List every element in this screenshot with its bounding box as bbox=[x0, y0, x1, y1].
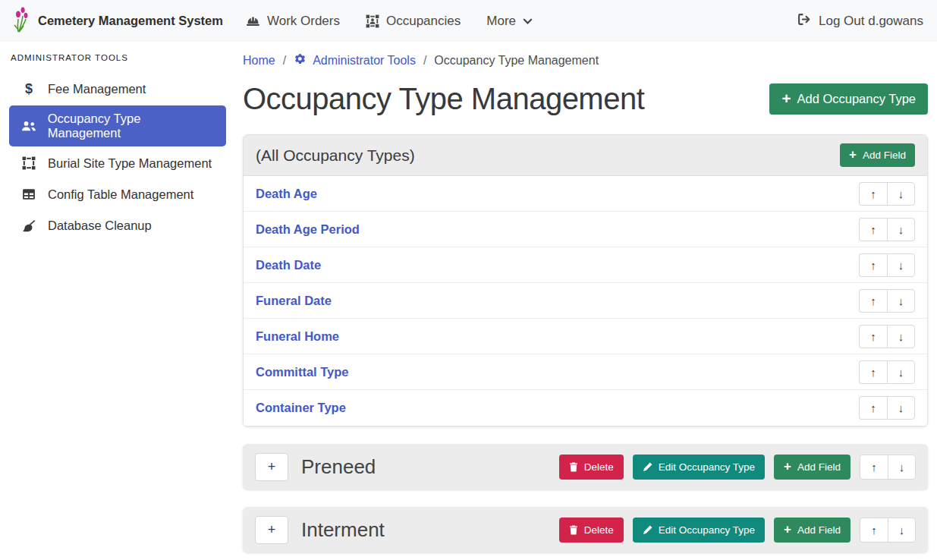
occupancy-frame-icon bbox=[366, 14, 379, 28]
delete-label: Delete bbox=[584, 461, 614, 473]
move-down-button[interactable]: ↓ bbox=[888, 518, 916, 543]
add-field-label: Add Field bbox=[797, 524, 841, 536]
reorder-buttons: ↑ ↓ bbox=[859, 360, 915, 384]
move-up-button[interactable]: ↑ bbox=[859, 253, 887, 277]
sidebar-item-occupancy-type-management[interactable]: Occupancy Type Management bbox=[9, 105, 226, 146]
move-down-button[interactable]: ↓ bbox=[887, 218, 915, 241]
sidebar-item-label: Occupancy Type Management bbox=[48, 112, 215, 140]
add-occupancy-type-label: Add Occupancy Type bbox=[797, 92, 916, 106]
add-field-button-all-types[interactable]: + Add Field bbox=[840, 143, 915, 167]
field-row-container-type: Container Type ↑ ↓ bbox=[244, 390, 927, 426]
sidebar-item-label: Database Cleanup bbox=[48, 219, 152, 233]
move-up-button[interactable]: ↑ bbox=[859, 396, 887, 420]
breadcrumb-link-home[interactable]: Home bbox=[243, 54, 275, 68]
reorder-buttons: ↑ ↓ bbox=[859, 289, 915, 313]
move-down-button[interactable]: ↓ bbox=[887, 289, 915, 313]
plus-icon: + bbox=[268, 522, 276, 538]
section-title: Interment bbox=[301, 518, 385, 542]
delete-button[interactable]: Delete bbox=[559, 518, 624, 543]
up-arrow-icon: ↑ bbox=[871, 461, 877, 473]
add-field-button[interactable]: + Add Field bbox=[774, 455, 851, 480]
field-link[interactable]: Funeral Date bbox=[256, 294, 332, 308]
add-occupancy-type-button[interactable]: + Add Occupancy Type bbox=[769, 83, 928, 115]
trash-icon bbox=[569, 462, 578, 472]
edit-occupancy-type-button[interactable]: Edit Occupancy Type bbox=[633, 455, 765, 480]
expand-section-button[interactable]: + bbox=[255, 453, 288, 481]
chevron-down-icon bbox=[523, 17, 533, 25]
field-row-funeral-date: Funeral Date ↑ ↓ bbox=[244, 283, 927, 319]
table-icon bbox=[20, 188, 38, 200]
field-row-death-age-period: Death Age Period ↑ ↓ bbox=[244, 212, 927, 247]
move-down-button[interactable]: ↓ bbox=[887, 253, 915, 277]
breadcrumb-link-administrator-tools[interactable]: Administrator Tools bbox=[294, 52, 416, 68]
sidebar-item-burial-site-type-management[interactable]: Burial Site Type Management bbox=[9, 149, 226, 178]
field-link[interactable]: Death Age bbox=[256, 187, 317, 201]
sidebar-item-label: Fee Management bbox=[48, 82, 146, 96]
move-up-button[interactable]: ↑ bbox=[859, 325, 887, 348]
sidebar-item-database-cleanup[interactable]: Database Cleanup bbox=[9, 211, 226, 240]
field-link[interactable]: Funeral Home bbox=[256, 329, 339, 344]
move-down-button[interactable]: ↓ bbox=[887, 360, 915, 384]
brand-title: Cemetery Management System bbox=[38, 14, 223, 28]
down-arrow-icon: ↓ bbox=[898, 187, 904, 200]
add-field-button[interactable]: + Add Field bbox=[774, 518, 851, 543]
up-arrow-icon: ↑ bbox=[871, 524, 877, 536]
breadcrumb: Home / Administrator Tools / Occupancy T… bbox=[243, 48, 928, 70]
nav-item-label: More bbox=[486, 14, 516, 29]
delete-button[interactable]: Delete bbox=[559, 455, 624, 480]
move-up-button[interactable]: ↑ bbox=[859, 360, 887, 384]
edit-occupancy-type-label: Edit Occupancy Type bbox=[659, 524, 755, 536]
field-link[interactable]: Death Age Period bbox=[256, 222, 360, 237]
plus-icon: + bbox=[849, 149, 857, 162]
pencil-icon bbox=[643, 525, 652, 535]
all-occupancy-types-card: (All Occupancy Types) + Add Field Death … bbox=[243, 134, 928, 426]
down-arrow-icon: ↓ bbox=[899, 524, 905, 536]
edit-occupancy-type-button[interactable]: Edit Occupancy Type bbox=[633, 518, 765, 543]
move-down-button[interactable]: ↓ bbox=[888, 455, 916, 480]
field-link[interactable]: Container Type bbox=[256, 401, 346, 415]
field-row-death-age: Death Age ↑ ↓ bbox=[244, 176, 927, 212]
up-arrow-icon: ↑ bbox=[870, 366, 876, 379]
move-up-button[interactable]: ↑ bbox=[859, 182, 887, 206]
move-up-button[interactable]: ↑ bbox=[860, 455, 888, 480]
move-up-button[interactable]: ↑ bbox=[860, 518, 888, 543]
add-field-label: Add Field bbox=[797, 461, 841, 473]
navbar-links: Work Orders Occupancies More bbox=[246, 14, 533, 29]
down-arrow-icon: ↓ bbox=[898, 223, 904, 236]
users-icon bbox=[20, 121, 38, 132]
reorder-buttons: ↑ ↓ bbox=[859, 325, 915, 348]
breadcrumb-separator: / bbox=[423, 54, 426, 68]
sidebar-item-fee-management[interactable]: $ Fee Management bbox=[9, 74, 226, 103]
up-arrow-icon: ↑ bbox=[870, 187, 876, 200]
up-arrow-icon: ↑ bbox=[870, 223, 876, 236]
plus-icon: + bbox=[268, 459, 276, 475]
move-down-button[interactable]: ↓ bbox=[887, 396, 915, 420]
nav-item-work-orders[interactable]: Work Orders bbox=[246, 14, 340, 29]
sidebar-item-config-table-management[interactable]: Config Table Management bbox=[9, 180, 226, 209]
field-link[interactable]: Committal Type bbox=[256, 365, 349, 379]
breadcrumb-separator: / bbox=[283, 54, 286, 68]
logout-label: Log Out d.gowans bbox=[819, 14, 923, 29]
pencil-icon bbox=[643, 462, 652, 472]
nav-item-occupancies[interactable]: Occupancies bbox=[366, 14, 461, 29]
up-arrow-icon: ↑ bbox=[870, 330, 876, 343]
breadcrumb-label: Home bbox=[243, 54, 275, 68]
trash-icon bbox=[569, 525, 578, 535]
expand-section-button[interactable]: + bbox=[255, 516, 288, 544]
occupancy-type-section-interment: + Interment Delete bbox=[243, 507, 928, 552]
logout-button[interactable]: Log Out d.gowans bbox=[797, 13, 923, 30]
breadcrumb-label: Administrator Tools bbox=[313, 54, 416, 68]
brand-home-link[interactable]: Cemetery Management System bbox=[11, 7, 223, 36]
page-title: Occupancy Type Management bbox=[243, 82, 644, 116]
move-up-button[interactable]: ↑ bbox=[859, 289, 887, 313]
up-arrow-icon: ↑ bbox=[870, 259, 876, 272]
field-link[interactable]: Death Date bbox=[256, 258, 321, 272]
move-down-button[interactable]: ↓ bbox=[887, 182, 915, 206]
logout-icon bbox=[797, 13, 812, 30]
main-content: Home / Administrator Tools / Occupancy T… bbox=[235, 42, 937, 560]
nav-item-more[interactable]: More bbox=[486, 14, 533, 29]
sidebar-heading: ADMINISTRATOR TOOLS bbox=[11, 53, 226, 62]
move-up-button[interactable]: ↑ bbox=[859, 218, 887, 241]
vector-square-icon bbox=[20, 156, 38, 170]
move-down-button[interactable]: ↓ bbox=[887, 325, 915, 348]
